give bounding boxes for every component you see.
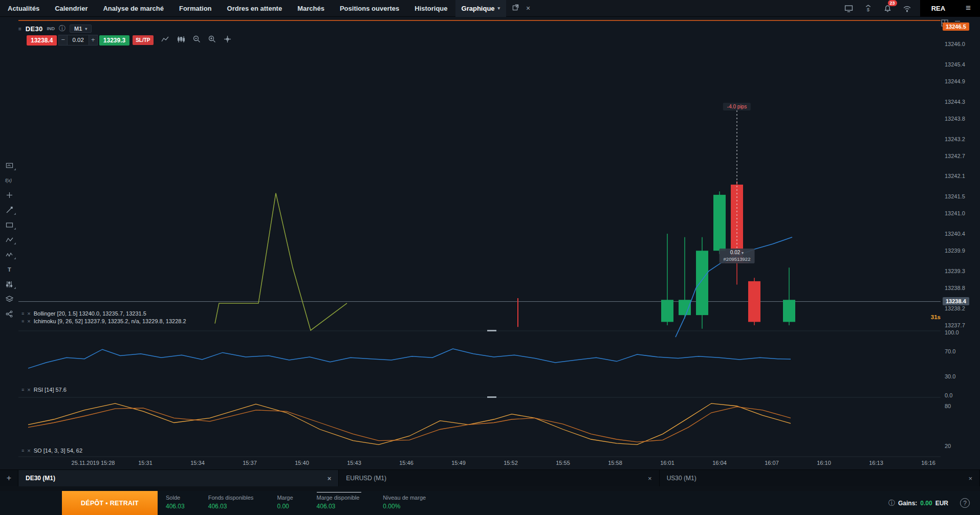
top-navigation-bar: ActualitésCalendrierAnalyse de marchéFor…	[0, 0, 980, 17]
share-tool[interactable]	[4, 309, 14, 318]
pan-crosshair-icon[interactable]	[224, 35, 231, 45]
gains-summary: ⓘ Gains: 0.00 EUR	[888, 491, 948, 515]
rsi-legend: ≡ × RSI [14] 57.6	[21, 387, 67, 393]
chart-style-candles-icon[interactable]	[177, 36, 185, 45]
price-label: 13244.9	[945, 78, 965, 84]
status-item-3: Marge disponible406.03	[317, 495, 360, 510]
symbol-name: DE30	[26, 25, 43, 33]
nav-tab-4[interactable]: Ordres en attente	[220, 0, 290, 17]
zoom-out-icon[interactable]	[193, 35, 201, 45]
elliott-wave-tool[interactable]	[4, 250, 14, 259]
rsi-axis-label: 100.0	[945, 329, 959, 335]
gains-currency: EUR	[935, 500, 948, 507]
timeframe-selector[interactable]: M1 ▾	[70, 25, 92, 33]
deposit-withdraw-button[interactable]: DÉPÔT • RETRAIT	[62, 491, 158, 515]
chart-style-line-icon[interactable]	[161, 36, 169, 45]
sell-button[interactable]: 13238.4	[27, 35, 57, 46]
main-menu-icon[interactable]: ≡	[966, 3, 971, 13]
time-label: 15:31	[138, 459, 153, 467]
help-button[interactable]: ?	[960, 498, 970, 508]
pane-resize-handle-0[interactable]	[487, 330, 496, 331]
text-tool[interactable]: T	[4, 265, 14, 274]
indicator-menu-icon[interactable]: ≡	[21, 448, 24, 453]
close-icon[interactable]: ×	[328, 475, 332, 482]
so-legend-text: SO [14, 3, 3] 54, 62	[34, 447, 82, 454]
monitor-icon[interactable]	[844, 4, 854, 13]
fx-indicator-tool[interactable]: f(x)	[4, 176, 14, 185]
indicator-menu-icon[interactable]: ≡	[21, 311, 24, 316]
chart-display-tool[interactable]	[4, 161, 14, 170]
svg-text:T: T	[8, 266, 11, 273]
shapes-tool[interactable]	[4, 220, 14, 229]
indicator-close-icon[interactable]: ×	[27, 310, 30, 317]
rsi-axis-label: 70.0	[945, 348, 955, 354]
sltp-button[interactable]: SL/TP	[133, 35, 153, 45]
candle-body-6	[783, 300, 795, 322]
bollinger-legend-text: Bollinger [20, 1.5] 13240.0, 13235.7, 13…	[34, 310, 146, 317]
info-icon: ⓘ	[888, 499, 895, 508]
candle-body-5	[748, 281, 760, 322]
bollinger-legend: ≡ × Bollinger [20, 1.5] 13240.0, 13235.7…	[21, 310, 146, 317]
account-type-badge[interactable]: REA	[931, 5, 945, 12]
current-price-badge: 13238.4	[943, 297, 969, 305]
indicator-close-icon[interactable]: ×	[27, 447, 30, 454]
time-label: 15:58	[608, 459, 622, 467]
nav-tab-0[interactable]: Actualités	[0, 0, 47, 17]
time-label: 16:01	[660, 459, 674, 467]
account-summary-items: Solde406.03Fonds disponibles406.03Marge0…	[166, 495, 426, 510]
chart-tab-de30[interactable]: DE30 (M1)×	[18, 470, 339, 486]
buy-button[interactable]: 13239.3	[99, 35, 129, 46]
ichimoku-legend: ≡ × Ichimoku [9, 26, 52] 13237.9, 13235.…	[21, 318, 186, 324]
price-label: 13241.0	[945, 210, 965, 216]
status-item-1: Fonds disponibles406.03	[208, 495, 254, 510]
time-label: 16:04	[712, 459, 727, 467]
volume-decrease-button[interactable]: −	[58, 35, 68, 46]
nav-tab-5[interactable]: Marchés	[290, 0, 332, 17]
chart-menu-icon[interactable]: ≡	[18, 26, 21, 32]
indicators-tool[interactable]	[4, 280, 14, 288]
indicator-close-icon[interactable]: ×	[27, 387, 30, 393]
indicator-close-icon[interactable]: ×	[27, 318, 30, 324]
time-label: 16:10	[817, 459, 831, 467]
status-item-4: Niveau de marge0.00%	[383, 495, 426, 510]
volume-value[interactable]: 0.02	[68, 35, 88, 46]
nav-tab-2[interactable]: Analyse de marché	[95, 0, 171, 17]
chart-tabs-bar: + DE30 (M1)×EURUSD (M1)×US30 (M1)×	[0, 469, 980, 486]
position-marker[interactable]: 0.02 ▾ #209513922	[720, 249, 755, 263]
volume-increase-button[interactable]: +	[89, 35, 98, 46]
chevron-down-icon: ▾	[498, 6, 500, 11]
notifications-bell-icon[interactable]: 23	[883, 4, 892, 13]
draw-line-tool[interactable]	[4, 206, 14, 214]
chart-tab-us30[interactable]: US30 (M1)×	[660, 470, 980, 486]
chart-tabs: DE30 (M1)×EURUSD (M1)×US30 (M1)×	[18, 470, 980, 486]
topbar-status-icons: $ 23	[836, 4, 920, 13]
position-ticket: #209513922	[724, 256, 751, 262]
zoom-in-icon[interactable]	[208, 35, 216, 45]
info-icon[interactable]: ⓘ	[59, 24, 66, 33]
zigzag-tool[interactable]	[4, 235, 14, 244]
status-item-value: 406.03	[317, 503, 360, 510]
ichimoku-legend-text: Ichimoku [9, 26, 52] 13237.9, 13235.2, n…	[34, 318, 186, 324]
so-axis-label: 20	[945, 443, 951, 449]
transfer-icon[interactable]: $	[864, 4, 873, 13]
objects-layers-tool[interactable]	[4, 295, 14, 303]
wifi-icon[interactable]	[903, 4, 912, 13]
add-chart-tab-button[interactable]: +	[0, 470, 18, 486]
close-chart-tab-icon[interactable]: ×	[526, 4, 530, 12]
price-label: 13239.9	[945, 248, 965, 254]
nav-tab-1[interactable]: Calendrier	[47, 0, 95, 17]
session-high-badge: 13246.5	[943, 23, 969, 31]
nav-tab-3[interactable]: Formation	[171, 0, 220, 17]
close-icon[interactable]: ×	[968, 475, 972, 482]
nav-tab-7[interactable]: Historique	[407, 0, 455, 17]
indicator-menu-icon[interactable]: ≡	[21, 319, 24, 324]
tab-graphique[interactable]: Graphique ▾	[455, 0, 507, 17]
chart-tab-eurusd[interactable]: EURUSD (M1)×	[339, 470, 659, 486]
pane-resize-handle-1[interactable]	[487, 396, 496, 398]
indicator-menu-icon[interactable]: ≡	[21, 387, 24, 392]
popout-icon[interactable]	[512, 4, 519, 13]
price-chart	[0, 0, 980, 515]
close-icon[interactable]: ×	[648, 475, 652, 482]
add-tool[interactable]	[4, 191, 14, 199]
nav-tab-6[interactable]: Positions ouvertes	[332, 0, 407, 17]
